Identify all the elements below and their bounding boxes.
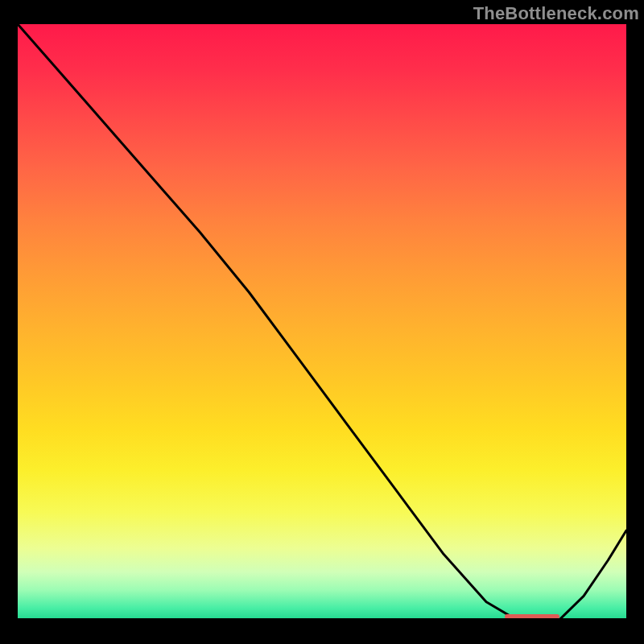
bottleneck-curve (18, 24, 626, 620)
curve-path (18, 24, 626, 620)
chart-stage: TheBottleneck.com (0, 0, 644, 644)
watermark-text: TheBottleneck.com (473, 3, 639, 24)
plot-baseline (18, 618, 626, 620)
